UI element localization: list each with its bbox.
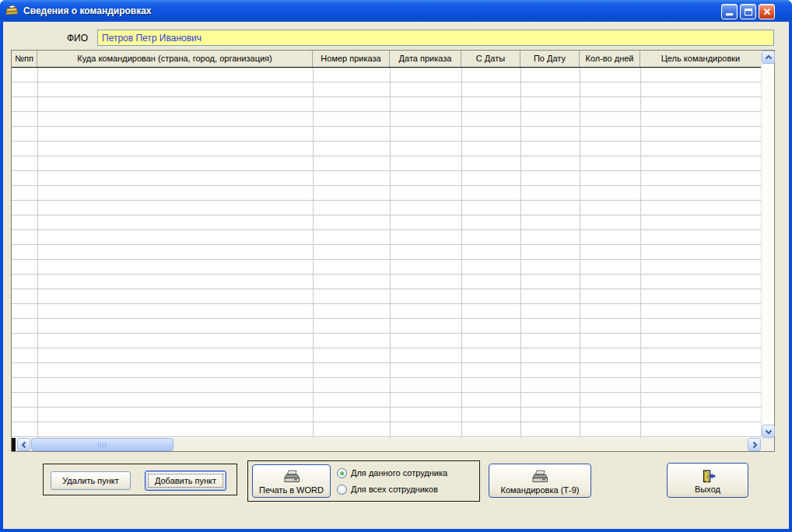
exit-button[interactable]: Выход (667, 463, 748, 498)
horizontal-scrollbar-thumb[interactable] (31, 438, 173, 451)
radio-label: Для всех сотрудников (351, 485, 438, 494)
print-word-label: Печать в WORD (259, 485, 324, 495)
grid-column-separator (461, 68, 462, 438)
exit-door-icon (700, 470, 716, 483)
grid-column-separator (640, 68, 641, 438)
chevron-up-icon (764, 54, 773, 61)
close-button[interactable] (759, 4, 775, 19)
add-item-button[interactable]: Добавить пункт (145, 471, 226, 491)
radio-label: Для данного сотрудника (351, 468, 447, 478)
grid-column-header-4: С Даты (461, 51, 520, 67)
minimize-button[interactable] (721, 4, 738, 19)
scroll-down-button[interactable] (762, 425, 775, 438)
grid-column-separator (580, 68, 580, 438)
print-word-button[interactable]: Печать в WORD (252, 464, 331, 498)
grid-column-separator (37, 68, 38, 438)
window-title: Сведения о командировках (23, 0, 152, 22)
fio-label: ФИО (45, 33, 88, 44)
grid-body[interactable] (12, 68, 761, 438)
maximize-button[interactable] (740, 4, 756, 19)
t9-label: Командировка (Т-9) (501, 485, 580, 495)
printer-icon (282, 470, 301, 484)
fio-input[interactable] (97, 30, 774, 46)
titlebar: Сведения о командировках (0, 0, 792, 22)
scrollbar-corner (761, 438, 774, 451)
grid-column-separator (520, 68, 521, 438)
grid-header: №ппКуда командирован (страна, город, орг… (12, 51, 761, 68)
grid-column-separator (390, 68, 391, 438)
minimize-icon (726, 13, 733, 16)
radio-option-0[interactable]: Для данного сотрудника (337, 465, 447, 481)
chevron-down-icon (764, 429, 773, 435)
print-scope-radio-group: Для данного сотрудника Для всех сотрудни… (337, 465, 447, 498)
t9-report-button[interactable]: Командировка (Т-9) (489, 464, 591, 498)
grid-indicator-bar (12, 438, 16, 451)
grid-column-header-5: По Дату (520, 51, 580, 67)
radio-button-icon[interactable] (337, 485, 347, 495)
app-window: Сведения о командировках ФИО №ппКуда ком… (0, 0, 792, 532)
window-icon (5, 5, 19, 17)
exit-label: Выход (695, 485, 720, 494)
grid-column-separator (313, 68, 314, 438)
vertical-scrollbar-track[interactable] (761, 51, 774, 438)
close-icon (763, 8, 771, 16)
grid-column-header-7: Цель командировки (640, 51, 761, 67)
grid-column-header-3: Дата приказа (390, 51, 461, 67)
horizontal-scrollbar-track[interactable] (12, 438, 761, 451)
radio-option-1[interactable]: Для всех сотрудников (337, 481, 447, 497)
radio-button-icon[interactable] (337, 468, 347, 478)
maximize-icon (745, 9, 752, 16)
scroll-right-button[interactable] (748, 438, 761, 451)
chevron-right-icon (752, 440, 758, 450)
chevron-left-icon (21, 440, 27, 450)
grid-column-header-1: Куда командирован (страна, город, органи… (37, 51, 313, 67)
printer-icon (531, 470, 549, 484)
scroll-left-button[interactable] (17, 438, 30, 451)
grid-column-header-6: Кол-во дней (580, 51, 640, 67)
delete-item-button[interactable]: Удалить пункт (51, 471, 131, 490)
scroll-up-button[interactable] (762, 51, 775, 64)
grid-column-header-0: №пп (12, 51, 37, 67)
grid-column-header-2: Номер приказа (313, 51, 390, 67)
trips-grid: №ппКуда командирован (страна, город, орг… (11, 50, 775, 452)
